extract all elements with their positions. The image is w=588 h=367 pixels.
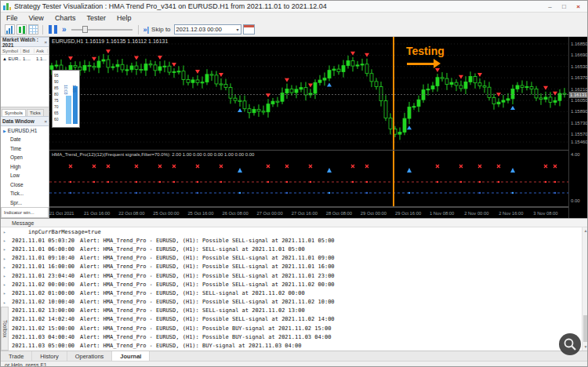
data-window-symbol-label: EURUSD,H1 xyxy=(8,128,38,133)
indicator-subwindow xyxy=(49,151,568,205)
data-window-field: Open xyxy=(1,153,49,162)
grid-icon[interactable] xyxy=(28,24,38,35)
skip-forward-icon[interactable]: »| xyxy=(143,26,150,34)
journal-row-message: Alert: HMA_Trend_Pro - EURUSD, (H1): SEL… xyxy=(80,246,305,253)
tab-ticks[interactable]: Ticks xyxy=(27,109,44,116)
mini-panel-label: 1.15 xyxy=(72,85,77,93)
main-plot xyxy=(49,37,568,150)
toolbox-tab[interactable]: Toolbox xyxy=(1,307,9,351)
close-icon[interactable]: × xyxy=(44,40,47,45)
mini-scale-value: 90 xyxy=(54,78,59,85)
toolbar: » »| Skip to 2021.12.03 00:00 ▾ xyxy=(1,23,587,37)
data-window-symbol[interactable]: ▶ EURUSD,H1 xyxy=(1,126,49,135)
price-axis-label: 1.16530 xyxy=(571,64,588,69)
chart-bullet-icon: ▶ xyxy=(3,129,6,133)
mini-panel-label: 10:03 xyxy=(64,85,68,95)
journal-row-message: Alert: HMA_Trend_Pro - EURUSD, (H1): SEL… xyxy=(80,307,305,314)
pause-icon[interactable] xyxy=(49,25,57,34)
magnifier-icon xyxy=(562,336,578,352)
time-axis: 21 Oct 202121 Oct 16:0022 Oct 08:0025 Oc… xyxy=(49,207,568,218)
candlestick-chart-icon[interactable] xyxy=(16,24,27,35)
journal-row-message: Alert: HMA_Trend_Pro - EURUSD, (H1): Pos… xyxy=(80,263,335,270)
time-axis-label: 25 Oct 00:00 xyxy=(153,211,187,216)
journal-row[interactable]: ▸2021.11.02 14:02:40Alert: HMA_Trend_Pro… xyxy=(1,315,582,324)
tab-trade[interactable]: Trade xyxy=(1,351,32,361)
journal-row-time: 2021.11.03 05:00:00 xyxy=(12,343,74,349)
journal-row[interactable]: ▸2021.11.01 06:00:00Alert: HMA_Trend_Pro… xyxy=(1,245,582,253)
fast-forward-icon[interactable]: » xyxy=(60,24,68,35)
journal-row[interactable]: ▸2021.11.02 15:00:00Alert: HMA_Trend_Pro… xyxy=(1,324,582,332)
mini-scale-value: 65 xyxy=(54,110,59,116)
window-separator[interactable] xyxy=(49,150,568,151)
journal-row[interactable]: ▸2021.11.01 05:03:20Alert: HMA_Trend_Pro… xyxy=(1,236,582,245)
journal-row[interactable]: ▸inpCurrBarMessage=true xyxy=(1,227,582,236)
journal-row-message: Alert: HMA_Trend_Pro - EURUSD, (H1): Pos… xyxy=(80,325,331,332)
mini-scale-value: 60 xyxy=(54,116,59,122)
scroll-down-icon[interactable]: ▼ xyxy=(583,343,588,351)
journal-row[interactable]: ▸2021.11.01 16:00:00Alert: HMA_Trend_Pro… xyxy=(1,263,582,271)
tab-journal[interactable]: Journal xyxy=(112,351,150,361)
journal-row[interactable]: ▸2021.11.02 10:00:40Alert: HMA_Trend_Pro… xyxy=(1,298,582,307)
cell-symbol: ▲ EUR... xyxy=(1,56,21,61)
journal-row-icon: ▸ xyxy=(3,264,9,270)
menu-help[interactable]: Help xyxy=(111,13,137,23)
maximize-button[interactable]: □ xyxy=(557,2,571,11)
bar-chart-icon[interactable] xyxy=(5,24,15,35)
menu-view[interactable]: View xyxy=(24,13,49,23)
tab-operations[interactable]: Operations xyxy=(67,351,113,361)
menu-charts[interactable]: Charts xyxy=(49,13,82,23)
zoom-button[interactable] xyxy=(559,333,581,355)
skip-to-datetime-select[interactable]: 2021.12.03 00:00 ▾ xyxy=(174,24,241,35)
journal-scrollbar[interactable]: ▲ ▼ xyxy=(582,227,588,351)
skip-to-label: Skip to xyxy=(151,26,170,33)
journal-row[interactable]: ▸2021.11.03 05:00:00Alert: HMA_Trend_Pro… xyxy=(1,341,582,350)
market-watch-body[interactable] xyxy=(1,63,49,107)
market-watch-col-symbol: Symbol xyxy=(1,49,21,53)
chevron-down-icon: ▾ xyxy=(237,27,239,32)
price-axis-label: 1.16690 xyxy=(571,53,588,57)
journal-row[interactable]: ▸2021.11.01 23:04:40Alert: HMA_Trend_Pro… xyxy=(1,271,582,280)
strategy-tester-window: Strategy Tester Visualization : HMA Tren… xyxy=(0,0,588,367)
journal-column-header[interactable]: Message xyxy=(1,219,588,227)
mini-panel-scale: 9590858075706560 xyxy=(54,72,59,122)
speed-slider[interactable] xyxy=(71,24,132,35)
time-axis-label: 21 Oct 2021 xyxy=(49,211,84,216)
price-axis-label: 1.16850 xyxy=(571,42,588,46)
journal-row-message: Alert: HMA_Trend_Pro - EURUSD, (H1): Pos… xyxy=(80,282,335,288)
table-row[interactable]: ▲ EUR...1....1.1... xyxy=(1,55,49,63)
testing-annotation: Testing xyxy=(406,45,445,57)
journal-row-icon: ▸ xyxy=(3,282,9,287)
tab-symbols[interactable]: Symbols xyxy=(2,109,26,116)
time-axis-label: 29 Oct 16:00 xyxy=(395,211,430,216)
tab-indicator-window[interactable]: Indicator win... xyxy=(1,207,49,218)
journal-row[interactable]: ▸2021.11.01 09:10:40Alert: HMA_Trend_Pro… xyxy=(1,254,582,263)
close-button[interactable]: × xyxy=(572,2,585,11)
bottom-tabs: TradeHistoryOperationsJournal xyxy=(1,351,588,361)
scrollbar-thumb[interactable] xyxy=(583,315,588,342)
window-separator xyxy=(49,206,568,207)
chart-canvas[interactable]: EURUSD,H1 1.16119 1.16135 1.16112 1.1613… xyxy=(49,37,568,218)
menu-file[interactable]: File xyxy=(1,13,24,23)
journal-row-icon: ▸ xyxy=(3,238,9,243)
journal-row[interactable]: ▸2021.11.03 04:00:40Alert: HMA_Trend_Pro… xyxy=(1,332,582,341)
scroll-up-icon[interactable]: ▲ xyxy=(583,227,588,234)
journal-row-icon: ▸ xyxy=(3,246,9,252)
market-watch-header: Market Watch : 2021 × xyxy=(1,37,49,47)
tab-history[interactable]: History xyxy=(32,351,67,361)
close-icon[interactable]: × xyxy=(44,119,47,124)
price-axis-label: 1.15890 xyxy=(571,109,588,114)
journal-row-time: 2021.11.03 04:00:40 xyxy=(12,334,74,340)
journal-row[interactable]: ▸2021.11.02 00:00:00Alert: HMA_Trend_Pro… xyxy=(1,280,582,289)
journal-panel: Message ▸inpCurrBarMessage=true▸2021.11.… xyxy=(1,218,588,351)
trend-strength-mini-panel: 9590858075706560 10:03 1.15 xyxy=(52,70,80,128)
minimize-button[interactable]: – xyxy=(543,2,557,11)
price-axis-label: 1.15730 xyxy=(571,121,588,125)
data-window-fields: DateTimeOpenHighLowCloseTick...Spr... xyxy=(1,135,49,207)
journal-row[interactable]: ▸2021.11.02 01:00:00Alert: HMA_Trend_Pro… xyxy=(1,289,582,297)
menu-tester[interactable]: Tester xyxy=(81,13,111,23)
slider-thumb[interactable] xyxy=(82,26,88,33)
journal-row[interactable]: ▸2021.11.02 13:00:00Alert: HMA_Trend_Pro… xyxy=(1,307,582,315)
data-window-title: Data Window xyxy=(2,118,34,124)
calendar-icon[interactable] xyxy=(243,24,255,35)
time-axis-label: 25 Oct 16:00 xyxy=(187,211,222,216)
